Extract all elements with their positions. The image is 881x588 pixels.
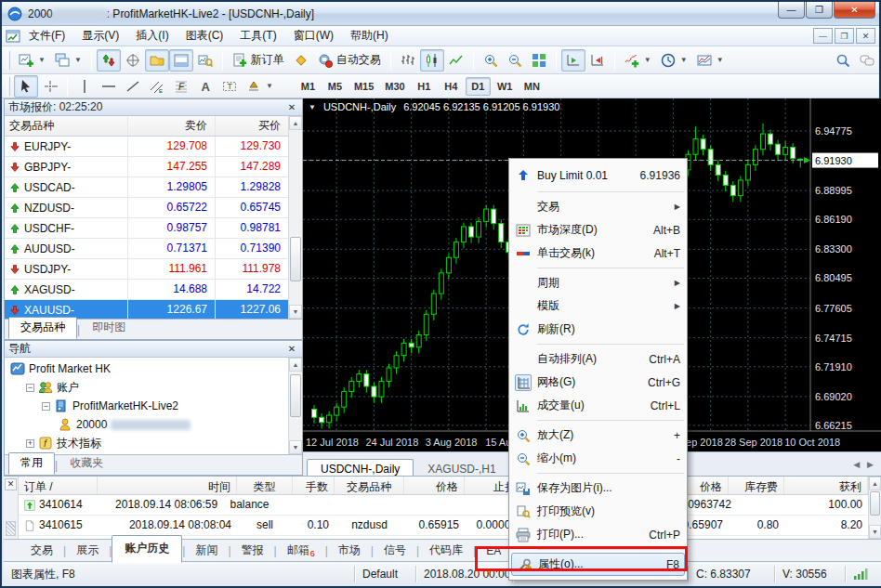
- context-menu-item-自动排列-A-[interactable]: 自动排列(A)Ctrl+A: [509, 347, 687, 371]
- market-watch-button[interactable]: [97, 49, 121, 72]
- tree-node-技术指标[interactable]: +f技术指标: [5, 434, 288, 452]
- chart-shift-button[interactable]: [585, 49, 610, 72]
- menu-图表(C)[interactable]: 图表(C): [178, 27, 232, 44]
- toolbar-grip[interactable]: [7, 51, 10, 70]
- new-chart-button[interactable]: ▼: [14, 49, 50, 72]
- zoom-out-button[interactable]: [503, 49, 527, 72]
- terminal-tab-新闻[interactable]: 新闻: [185, 540, 228, 561]
- timeframe-W1-button[interactable]: W1: [493, 77, 518, 96]
- terminal-tab-展示[interactable]: 展示: [66, 540, 109, 561]
- tile-windows-button[interactable]: [527, 49, 551, 72]
- scroll-down-icon[interactable]: ▼: [289, 305, 302, 319]
- scrollbar-thumb[interactable]: [290, 237, 301, 281]
- scroll-up-icon[interactable]: ▲: [289, 358, 302, 372]
- candle-chart-button[interactable]: [420, 49, 444, 72]
- symbol-row-USDCAD-[interactable]: USDCAD-1.298051.29828: [5, 177, 302, 198]
- terminal-tab-交易[interactable]: 交易: [20, 540, 63, 561]
- column-ask[interactable]: 买价: [216, 116, 288, 136]
- context-menu-item-打印预览-v-[interactable]: 打印预览(v): [509, 500, 687, 523]
- title-bar[interactable]: 2000: ProfitMarketHK-Live2 - [USDCNH-,Da…: [2, 2, 879, 26]
- context-menu-item-Buy-Limit-0-01[interactable]: Buy Limit 0.016.91936: [509, 163, 687, 189]
- timeframe-MN-button[interactable]: MN: [519, 77, 545, 96]
- context-menu-item-单击交易-k-[interactable]: 单击交易(k)Alt+T: [509, 242, 687, 265]
- tree-node-账户[interactable]: −账户: [5, 378, 288, 397]
- context-menu-item-打印-P-[interactable]: 打印(P)...Ctrl+P: [509, 523, 687, 546]
- context-menu-item-刷新-R-[interactable]: 刷新(R): [509, 318, 687, 341]
- collapse-icon[interactable]: −: [42, 402, 50, 411]
- arrows-button[interactable]: ▼: [242, 75, 278, 98]
- market-watch-scrollbar[interactable]: ▲ ▼: [288, 116, 302, 319]
- symbol-row-USDJPY-[interactable]: USDJPY-111.961111.978: [5, 259, 302, 280]
- terminal-tab-警报[interactable]: 警报: [231, 540, 274, 561]
- symbol-row-USDCHF-[interactable]: USDCHF-0.987570.98781: [5, 218, 302, 239]
- child-minimize-button[interactable]: —: [813, 28, 833, 44]
- close-icon[interactable]: ✕: [285, 101, 298, 113]
- scroll-down-icon[interactable]: ▼: [869, 525, 881, 539]
- symbol-row-AUDUSD-[interactable]: AUDUSD-0.713710.71390: [5, 239, 302, 259]
- tree-node-Profit Market HK[interactable]: Profit Market HK: [5, 359, 288, 378]
- label-button[interactable]: T: [217, 75, 242, 98]
- navigator-button[interactable]: [145, 49, 169, 72]
- data-window-button[interactable]: [121, 49, 145, 72]
- indicators-button[interactable]: ▼: [620, 49, 656, 72]
- column-symbol[interactable]: 交易品种: [5, 116, 128, 136]
- bar-chart-button[interactable]: [396, 49, 420, 72]
- strategy-tester-button[interactable]: [193, 49, 217, 72]
- fibonacci-button[interactable]: F: [169, 75, 193, 98]
- templates-button[interactable]: ▼: [692, 49, 729, 72]
- context-menu-item-市场深度-D-[interactable]: 市场深度(D)Alt+B: [509, 218, 687, 242]
- navigator-tab-常用[interactable]: 常用: [8, 452, 55, 475]
- profiles-button[interactable]: ▼: [50, 49, 86, 72]
- chevron-down-icon[interactable]: ▼: [717, 56, 724, 64]
- close-button[interactable]: ✕: [834, 2, 875, 19]
- community-button[interactable]: [855, 49, 879, 72]
- chevron-down-icon[interactable]: ▼: [266, 82, 273, 90]
- menu-文件(F)[interactable]: 文件(F): [20, 27, 73, 44]
- timeframe-H4-button[interactable]: H4: [439, 77, 464, 96]
- column-订单 /[interactable]: 订单 /: [19, 477, 98, 494]
- menu-窗口(W)[interactable]: 窗口(W): [285, 27, 342, 44]
- terminal-scrollbar[interactable]: ▲ ▼: [868, 477, 881, 539]
- menu-插入(I)[interactable]: 插入(I): [127, 27, 177, 44]
- crosshair-button[interactable]: [38, 75, 62, 98]
- context-menu-item-模版[interactable]: 模版▶: [509, 294, 687, 318]
- close-icon[interactable]: ✕: [285, 343, 298, 355]
- tab-scroll-right-icon[interactable]: ▶: [867, 460, 874, 469]
- context-menu-item-缩小-m-[interactable]: 缩小(m)-: [509, 447, 687, 470]
- restore-button[interactable]: ❐: [806, 2, 833, 19]
- symbol-row-NZDUSD-[interactable]: NZDUSD-0.657220.65745: [5, 198, 302, 218]
- column-手数[interactable]: 手数: [293, 477, 335, 494]
- cursor-button[interactable]: [14, 75, 38, 98]
- timeframe-M1-button[interactable]: M1: [296, 77, 321, 96]
- scrollbar-thumb[interactable]: [870, 491, 880, 516]
- scroll-up-icon[interactable]: ▲: [289, 116, 302, 130]
- column-bid[interactable]: 卖价: [128, 116, 216, 136]
- chevron-down-icon[interactable]: ▼: [644, 56, 651, 64]
- zoom-in-button[interactable]: [479, 49, 503, 72]
- symbol-row-GBPJPY-[interactable]: GBPJPY-147.255147.289: [5, 157, 302, 177]
- navigator-scrollbar[interactable]: ▲ ▼: [288, 358, 302, 454]
- minimize-button[interactable]: —: [778, 2, 805, 19]
- horizontal-line-button[interactable]: [97, 75, 121, 98]
- chevron-down-icon[interactable]: ▼: [680, 56, 688, 64]
- trendline-button[interactable]: [121, 75, 145, 98]
- navigator-tab-收藏夹[interactable]: 收藏夹: [58, 452, 115, 475]
- context-menu-item-放大-Z-[interactable]: 放大(Z)+: [509, 424, 687, 447]
- collapse-icon[interactable]: −: [26, 384, 34, 392]
- column-获利[interactable]: 获利: [784, 477, 868, 494]
- symbol-row-XAUUSD-[interactable]: XAUUSD-1226.671227.06: [5, 300, 302, 319]
- context-menu-item-网格-G-[interactable]: 网格(G)Ctrl+G: [509, 371, 687, 394]
- text-button[interactable]: A: [193, 75, 217, 98]
- tab-scroll-left-icon[interactable]: ◀: [853, 460, 860, 469]
- column-交易品种[interactable]: 交易品种: [335, 477, 404, 494]
- metaeditor-button[interactable]: [289, 49, 313, 72]
- scroll-down-icon[interactable]: ▼: [289, 440, 302, 454]
- terminal-tab-账户历史[interactable]: 账户历史: [112, 535, 182, 563]
- tree-node-ProfitMarketHK-Live2[interactable]: −ProfitMarketHK-Live2: [5, 397, 288, 415]
- terminal-tab-市场[interactable]: 市场: [328, 540, 371, 561]
- expand-icon[interactable]: +: [26, 439, 34, 448]
- timeframe-D1-button[interactable]: D1: [466, 77, 491, 96]
- terminal-tab-邮箱[interactable]: 邮箱6: [277, 540, 325, 561]
- chevron-down-icon[interactable]: ▼: [309, 103, 316, 111]
- vertical-line-button[interactable]: [72, 75, 97, 98]
